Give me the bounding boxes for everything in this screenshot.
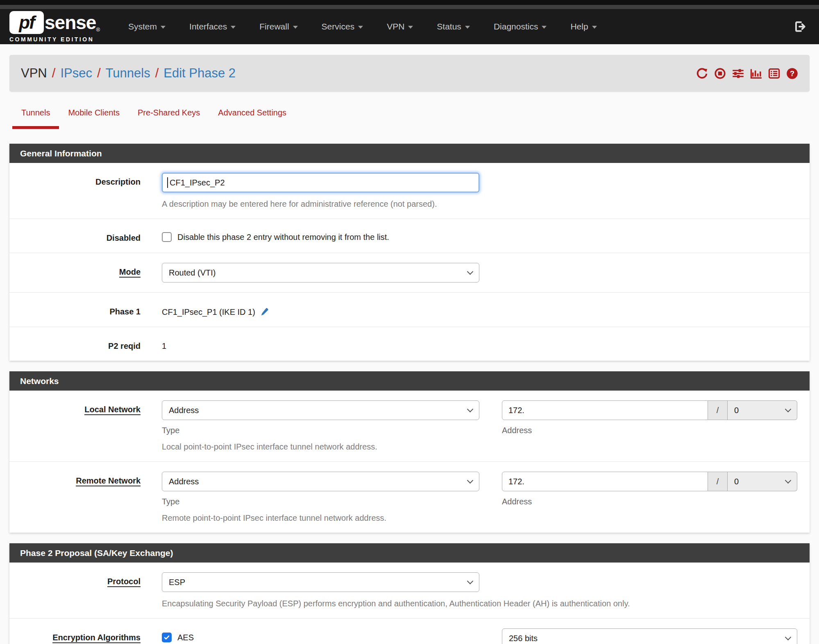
pfsense-logo[interactable]: pf sense ® COMMUNITY EDITION (9, 11, 100, 43)
remote-network-row: Remote Network Address Type / 0 Address (9, 462, 810, 533)
remote-network-address-caption: Address (502, 497, 797, 506)
chevron-down-icon (592, 26, 597, 29)
remote-network-label: Remote Network (9, 472, 162, 523)
phase1-value: CF1_IPsec_P1 (IKE ID 1) (162, 307, 255, 317)
remote-network-mask-select[interactable]: 0 (728, 472, 797, 491)
registered-mark: ® (96, 27, 100, 33)
cidr-separator: / (708, 400, 728, 420)
disabled-checkbox[interactable] (162, 232, 172, 242)
community-edition-label: COMMUNITY EDITION (9, 36, 100, 43)
tab-pre-shared-keys[interactable]: Pre-Shared Keys (129, 108, 209, 129)
chevron-down-icon (785, 634, 792, 641)
chevron-down-icon (467, 477, 474, 484)
text-cursor (167, 177, 168, 188)
chevron-down-icon (408, 26, 413, 29)
pf-logo-box: pf (9, 11, 44, 34)
local-network-mask-select[interactable]: 0 (728, 400, 797, 420)
networks-panel: Networks Local Network Address Type / 0 (9, 371, 810, 533)
list-icon[interactable] (768, 68, 780, 79)
nav-item-services[interactable]: Services (310, 22, 375, 32)
mode-row: Mode Routed (VTI) (9, 253, 810, 293)
protocol-row: Protocol ESP Encapsulating Security Payl… (9, 563, 810, 619)
protocol-label: Protocol (9, 572, 162, 608)
aes-checkbox-label: AES (177, 633, 194, 642)
description-label: Description (9, 173, 162, 209)
aes-checkbox[interactable] (162, 633, 172, 642)
description-row: Description A description may be entered… (9, 163, 810, 219)
sign-out-icon[interactable] (794, 20, 807, 33)
chevron-down-icon (785, 477, 792, 484)
phase2-proposal-panel: Phase 2 Proposal (SA/Key Exchange) Proto… (9, 543, 810, 644)
nav-item-diagnostics[interactable]: Diagnostics (482, 22, 559, 32)
remote-network-type-caption: Type (162, 497, 479, 506)
chevron-down-icon (467, 578, 474, 585)
nav-item-status[interactable]: Status (425, 22, 482, 32)
nav-item-help[interactable]: Help (558, 22, 608, 32)
logo-sense-text: sense (45, 11, 96, 34)
local-network-label: Local Network (9, 400, 162, 452)
breadcrumb-bar: VPN / IPsec / Tunnels / Edit Phase 2 ? (9, 55, 810, 92)
local-network-address-input[interactable] (502, 400, 708, 420)
refresh-icon[interactable] (696, 68, 708, 79)
p2-reqid-label: P2 reqid (9, 337, 162, 351)
pencil-icon[interactable] (259, 307, 269, 317)
description-help-text: A description may be entered here for ad… (162, 199, 797, 209)
chevron-down-icon (785, 406, 792, 413)
stop-circle-icon[interactable] (714, 68, 726, 79)
svg-text:?: ? (790, 69, 794, 77)
nav-item-firewall[interactable]: Firewall (247, 22, 309, 32)
description-input[interactable] (162, 173, 479, 192)
chevron-down-icon (161, 26, 166, 29)
breadcrumb-link-ipsec[interactable]: IPsec (60, 66, 92, 81)
phase1-label: Phase 1 (9, 303, 162, 317)
cidr-separator: / (708, 472, 728, 491)
nav-item-interfaces[interactable]: Interfaces (177, 22, 247, 32)
page-tabs: Tunnels Mobile Clients Pre-Shared Keys A… (12, 108, 819, 129)
local-network-row: Local Network Address Type / 0 Address (9, 391, 810, 462)
chevron-down-icon (293, 26, 298, 29)
nav-item-vpn[interactable]: VPN (375, 22, 425, 32)
tab-mobile-clients[interactable]: Mobile Clients (59, 108, 129, 129)
protocol-help-text: Encapsulating Security Payload (ESP) per… (162, 599, 797, 608)
remote-network-address-input[interactable] (502, 472, 708, 491)
remote-network-type-select[interactable]: Address (162, 472, 479, 491)
chevron-down-icon (467, 269, 474, 275)
nav-item-system[interactable]: System (116, 22, 177, 32)
phase1-row: Phase 1 CF1_IPsec_P1 (IKE ID 1) (9, 293, 810, 327)
mode-label: Mode (9, 263, 162, 282)
breadcrumb-root: VPN (21, 66, 47, 81)
panel-title-networks: Networks (9, 371, 810, 391)
nav-menu: System Interfaces Firewall Services VPN … (116, 22, 794, 32)
aes-keylen-select[interactable]: 256 bits (502, 628, 797, 644)
tab-advanced-settings[interactable]: Advanced Settings (209, 108, 295, 129)
mode-select[interactable]: Routed (VTI) (162, 263, 479, 282)
panel-title-phase2-proposal: Phase 2 Proposal (SA/Key Exchange) (9, 543, 810, 563)
breadcrumb-current-edit-phase-2[interactable]: Edit Phase 2 (163, 66, 236, 81)
protocol-select[interactable]: ESP (162, 572, 479, 592)
general-information-panel: General Information Description A descri… (9, 144, 810, 361)
chevron-down-icon (467, 406, 474, 413)
page-action-icons: ? (696, 68, 798, 79)
bar-chart-icon[interactable] (750, 68, 762, 79)
breadcrumb: VPN / IPsec / Tunnels / Edit Phase 2 (21, 66, 236, 81)
panel-title-general-information: General Information (9, 144, 810, 163)
encryption-algorithms-label: Encryption Algorithms (9, 628, 162, 644)
disabled-label: Disabled (9, 229, 162, 243)
window-top-strip (0, 0, 819, 5)
tab-tunnels[interactable]: Tunnels (12, 108, 59, 129)
p2-reqid-value: 1 (162, 337, 797, 351)
disabled-row: Disabled Disable this phase 2 entry with… (9, 219, 810, 253)
main-navbar: pf sense ® COMMUNITY EDITION System Inte… (0, 9, 819, 44)
help-circle-icon[interactable]: ? (786, 68, 798, 79)
encryption-algorithms-row: Encryption Algorithms AES 256 bits (9, 619, 810, 644)
local-network-type-select[interactable]: Address (162, 400, 479, 420)
p2-reqid-row: P2 reqid 1 (9, 327, 810, 361)
chevron-down-icon (465, 26, 470, 29)
chevron-down-icon (542, 26, 547, 29)
local-network-help-text: Local point-to-point IPsec interface tun… (162, 442, 797, 452)
breadcrumb-link-tunnels[interactable]: Tunnels (106, 66, 150, 81)
local-network-type-caption: Type (162, 426, 479, 435)
sliders-icon[interactable] (732, 68, 744, 79)
remote-network-help-text: Remote point-to-point IPsec interface tu… (162, 513, 797, 523)
local-network-address-caption: Address (502, 426, 797, 435)
